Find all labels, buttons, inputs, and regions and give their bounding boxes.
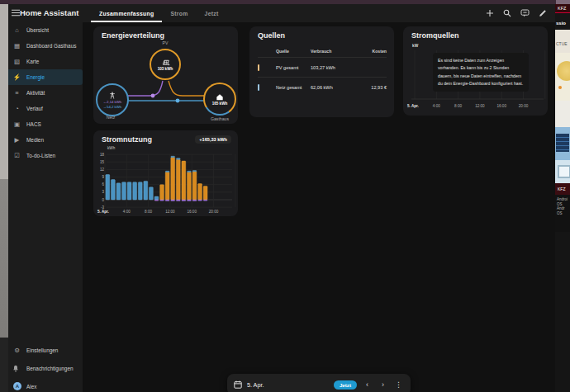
sidebar-item-label: HACS [26,121,41,127]
bg-window-fragment: ssio [555,14,570,30]
empty-state-message: Es sind keine Daten zum Anzeigen vorhand… [433,53,529,92]
bg-window-fragment: CTUE [555,30,570,53]
svg-text:8:00: 8:00 [145,210,152,214]
todo-icon: ☑ [12,152,21,159]
home-icon: ⌂ [12,26,21,34]
sources-table: QuelleVerbrauchKostenPV gesamt103,27 kWh… [258,45,387,97]
sources-card: Quellen QuelleVerbrauchKostenPV gesamt10… [249,26,394,117]
now-button[interactable]: Jetzt [334,380,357,390]
svg-text:20:00: 20:00 [519,104,529,108]
svg-text:5. Apr.: 5. Apr. [97,210,109,214]
svg-text:9: 9 [102,175,104,179]
sidebar-item-dashboard-gasthaus[interactable]: ▦Dashboard Gasthaus [8,38,83,54]
column-header: Kosten [359,49,387,54]
svg-text:16:00: 16:00 [496,104,506,108]
background-window-strip: KFZ ssio CTUE KFZ AndroiOSAndrOS [555,4,570,392]
bg-window-dark-area [555,232,570,392]
source-consumption: 62,06 kWh [311,85,359,90]
header-actions [486,9,547,17]
app-title: Home Assistant [20,8,78,17]
bg-window-light-area [555,101,570,127]
bg-window-header-text: KFZ [555,183,570,195]
bell-icon [12,365,21,372]
table-row: PV gesamt103,27 kWh [258,57,387,77]
table-header-row: QuelleVerbrauchKosten [258,45,387,57]
sidebar-item-verlauf[interactable]: ◔Verlauf [8,101,83,116]
date-picker-bar: 5. Apr. Jetzt ‹ › ⋮ [227,374,411,392]
source-consumption: 103,27 kWh [311,65,359,70]
column-header: Quelle [276,49,311,54]
chevron-left-icon[interactable]: ‹ [362,380,373,389]
svg-text:4:00: 4:00 [433,104,440,108]
source-cost: 12,93 € [359,85,387,90]
sidebar-item-label: Verlauf [26,106,43,111]
sidebar-item-notifications[interactable]: Benachrichtigungen [8,359,83,377]
tab-strom[interactable]: Strom [162,4,196,22]
pv-node-label: PV [157,40,173,45]
home-node[interactable]: 165 kWh [203,83,236,116]
svg-text:12:00: 12:00 [165,210,175,214]
sidebar-item-settings[interactable]: ⚙ Einstellungen [8,341,83,359]
screen: Home Assistant ZusammenfassungStromJetzt… [0,0,570,392]
pylon-icon [109,92,116,99]
tab-jetzt[interactable]: Jetzt [197,4,227,22]
chevron-right-icon[interactable]: › [378,380,388,389]
series-color-swatch [258,84,259,91]
sidebar-item-karte[interactable]: ▧Karte [8,54,83,69]
app-header: Home Assistant ZusammenfassungStromJetzt [8,4,555,22]
table-row: Netz gesamt62,06 kWh12,93 € [258,77,387,97]
hacs-icon: ▣ [12,120,21,128]
sidebar-item-medien[interactable]: ▶Medien [8,132,83,148]
sidebar-item-to-do-listen[interactable]: ☑To-do-Listen [8,148,83,163]
svg-text:20:00: 20:00 [209,210,219,214]
home-assistant-window: Home Assistant ZusammenfassungStromJetzt… [8,4,555,392]
card-title: Quellen [258,31,285,40]
map-icon: ▧ [12,58,21,65]
svg-text:12:00: 12:00 [475,104,485,108]
solar-panel-icon [161,59,170,66]
sidebar: ⌂Übersicht▦Dashboard Gasthaus▧Karte⚡Ener… [8,22,83,392]
pv-node[interactable]: 103 kWh [150,49,181,80]
series-color-swatch [258,64,259,71]
menu-icon[interactable] [12,9,20,17]
selected-date[interactable]: 5. Apr. [247,381,264,389]
kebab-menu-icon[interactable]: ⋮ [393,380,404,389]
svg-text:5. Apr.: 5. Apr. [407,104,419,108]
bg-window-solar-image [555,127,570,160]
edit-icon[interactable] [539,9,547,17]
view-tabs: ZusammenfassungStromJetzt [91,4,227,22]
energy-distribution-card: Energieverteilung PV 103 kWh ←2,14 kWh →… [93,26,238,124]
svg-text:12: 12 [100,168,105,172]
assist-icon[interactable] [520,9,530,17]
avatar: A [13,382,21,390]
add-icon[interactable] [486,9,494,17]
sidebar-item-label: Aktivität [26,90,45,96]
energy-icon: ⚡ [12,73,21,81]
grid-export-value: ←2,14 kWh [103,100,121,104]
apps-icon: ▦ [12,42,21,50]
sidebar-item-energie[interactable]: ⚡Energie [8,69,83,85]
search-icon[interactable] [503,9,511,17]
sidebar-item-label: Energie [26,74,45,80]
sidebar-user[interactable]: A Alex [8,377,83,392]
sidebar-item-label: Benachrichtigungen [26,366,74,371]
bg-window-text-lines: AndroiOSAndrOS [555,195,570,232]
svg-text:6: 6 [102,182,104,187]
sidebar-item-aktivit-t[interactable]: ≡Aktivität [8,85,83,101]
sidebar-item--bersicht[interactable]: ⌂Übersicht [8,22,83,38]
background-window-left-edge [0,4,8,392]
calendar-icon[interactable] [234,380,242,389]
source-name: Netz gesamt [276,85,311,90]
tab-zusammenfassung[interactable]: Zusammenfassung [91,4,162,22]
svg-text:8:00: 8:00 [454,104,462,108]
grid-node[interactable]: ←2,14 kWh →54,2 kWh [96,83,129,116]
column-header: Verbrauch [311,49,359,54]
svg-text:4:00: 4:00 [123,210,131,214]
sidebar-item-label: Übersicht [26,27,49,33]
source-name: PV gesamt [276,65,311,70]
grid-node-label: Netz [100,115,121,120]
svg-text:3: 3 [102,190,104,194]
svg-text:0: 0 [102,198,104,202]
activity-icon: ≡ [12,89,21,97]
sidebar-item-hacs[interactable]: ▣HACS [8,116,83,132]
